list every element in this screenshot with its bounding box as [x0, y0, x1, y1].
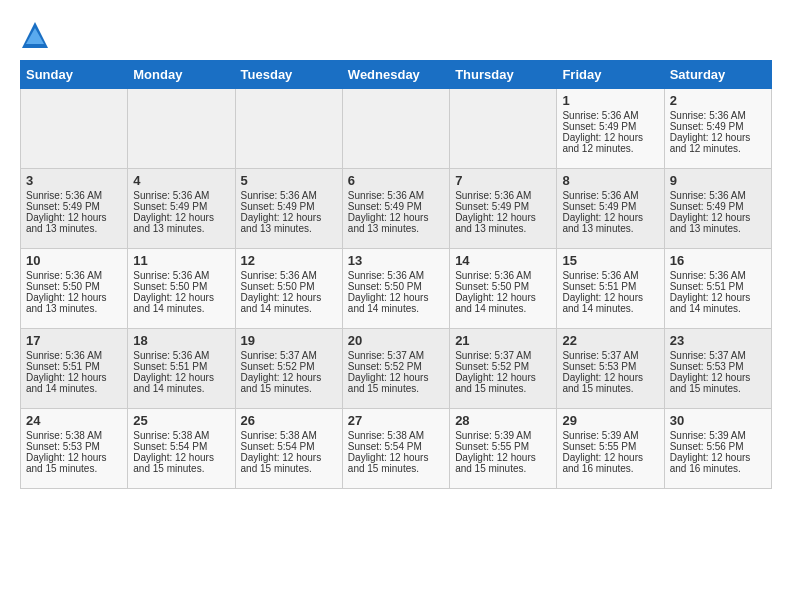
sunrise-text: Sunrise: 5:36 AM [670, 270, 746, 281]
day-of-week-header: Saturday [664, 61, 771, 89]
calendar-header-row: SundayMondayTuesdayWednesdayThursdayFrid… [21, 61, 772, 89]
calendar-day-cell: 11Sunrise: 5:36 AMSunset: 5:50 PMDayligh… [128, 249, 235, 329]
calendar-day-cell: 21Sunrise: 5:37 AMSunset: 5:52 PMDayligh… [450, 329, 557, 409]
sunrise-text: Sunrise: 5:39 AM [562, 430, 638, 441]
sunset-text: Sunset: 5:49 PM [670, 121, 744, 132]
calendar-week-row: 1Sunrise: 5:36 AMSunset: 5:49 PMDaylight… [21, 89, 772, 169]
daylight-text: Daylight: 12 hours and 14 minutes. [670, 292, 751, 314]
day-of-week-header: Wednesday [342, 61, 449, 89]
daylight-text: Daylight: 12 hours and 14 minutes. [241, 292, 322, 314]
calendar-day-cell: 24Sunrise: 5:38 AMSunset: 5:53 PMDayligh… [21, 409, 128, 489]
sunset-text: Sunset: 5:49 PM [455, 201, 529, 212]
calendar-day-cell: 5Sunrise: 5:36 AMSunset: 5:49 PMDaylight… [235, 169, 342, 249]
daylight-text: Daylight: 12 hours and 15 minutes. [241, 452, 322, 474]
daylight-text: Daylight: 12 hours and 16 minutes. [562, 452, 643, 474]
day-of-week-header: Friday [557, 61, 664, 89]
sunrise-text: Sunrise: 5:38 AM [26, 430, 102, 441]
calendar-day-cell: 2Sunrise: 5:36 AMSunset: 5:49 PMDaylight… [664, 89, 771, 169]
day-number: 17 [26, 333, 122, 348]
day-number: 8 [562, 173, 658, 188]
sunrise-text: Sunrise: 5:36 AM [670, 190, 746, 201]
sunset-text: Sunset: 5:54 PM [241, 441, 315, 452]
calendar-day-cell: 10Sunrise: 5:36 AMSunset: 5:50 PMDayligh… [21, 249, 128, 329]
sunset-text: Sunset: 5:50 PM [241, 281, 315, 292]
calendar-week-row: 17Sunrise: 5:36 AMSunset: 5:51 PMDayligh… [21, 329, 772, 409]
daylight-text: Daylight: 12 hours and 13 minutes. [26, 292, 107, 314]
sunset-text: Sunset: 5:49 PM [562, 121, 636, 132]
day-number: 30 [670, 413, 766, 428]
daylight-text: Daylight: 12 hours and 13 minutes. [26, 212, 107, 234]
day-number: 2 [670, 93, 766, 108]
calendar-day-cell: 3Sunrise: 5:36 AMSunset: 5:49 PMDaylight… [21, 169, 128, 249]
calendar-day-cell: 1Sunrise: 5:36 AMSunset: 5:49 PMDaylight… [557, 89, 664, 169]
day-number: 10 [26, 253, 122, 268]
calendar-day-cell: 26Sunrise: 5:38 AMSunset: 5:54 PMDayligh… [235, 409, 342, 489]
daylight-text: Daylight: 12 hours and 13 minutes. [348, 212, 429, 234]
logo [20, 20, 54, 50]
calendar-week-row: 24Sunrise: 5:38 AMSunset: 5:53 PMDayligh… [21, 409, 772, 489]
calendar-week-row: 10Sunrise: 5:36 AMSunset: 5:50 PMDayligh… [21, 249, 772, 329]
calendar-day-cell: 7Sunrise: 5:36 AMSunset: 5:49 PMDaylight… [450, 169, 557, 249]
sunset-text: Sunset: 5:50 PM [133, 281, 207, 292]
day-number: 15 [562, 253, 658, 268]
day-number: 25 [133, 413, 229, 428]
sunset-text: Sunset: 5:54 PM [133, 441, 207, 452]
sunrise-text: Sunrise: 5:37 AM [670, 350, 746, 361]
sunrise-text: Sunrise: 5:38 AM [348, 430, 424, 441]
day-number: 19 [241, 333, 337, 348]
day-number: 22 [562, 333, 658, 348]
day-number: 24 [26, 413, 122, 428]
calendar-day-cell: 16Sunrise: 5:36 AMSunset: 5:51 PMDayligh… [664, 249, 771, 329]
sunset-text: Sunset: 5:50 PM [348, 281, 422, 292]
sunset-text: Sunset: 5:50 PM [455, 281, 529, 292]
sunset-text: Sunset: 5:53 PM [26, 441, 100, 452]
calendar-day-cell: 23Sunrise: 5:37 AMSunset: 5:53 PMDayligh… [664, 329, 771, 409]
day-number: 18 [133, 333, 229, 348]
sunset-text: Sunset: 5:51 PM [26, 361, 100, 372]
day-number: 27 [348, 413, 444, 428]
sunrise-text: Sunrise: 5:36 AM [562, 110, 638, 121]
day-number: 11 [133, 253, 229, 268]
sunrise-text: Sunrise: 5:36 AM [26, 270, 102, 281]
day-number: 5 [241, 173, 337, 188]
calendar-day-cell [21, 89, 128, 169]
calendar-day-cell: 18Sunrise: 5:36 AMSunset: 5:51 PMDayligh… [128, 329, 235, 409]
daylight-text: Daylight: 12 hours and 15 minutes. [348, 452, 429, 474]
daylight-text: Daylight: 12 hours and 12 minutes. [562, 132, 643, 154]
daylight-text: Daylight: 12 hours and 15 minutes. [348, 372, 429, 394]
daylight-text: Daylight: 12 hours and 16 minutes. [670, 452, 751, 474]
sunset-text: Sunset: 5:55 PM [455, 441, 529, 452]
sunset-text: Sunset: 5:49 PM [348, 201, 422, 212]
daylight-text: Daylight: 12 hours and 13 minutes. [562, 212, 643, 234]
day-number: 21 [455, 333, 551, 348]
sunrise-text: Sunrise: 5:36 AM [133, 350, 209, 361]
sunrise-text: Sunrise: 5:37 AM [241, 350, 317, 361]
daylight-text: Daylight: 12 hours and 14 minutes. [133, 372, 214, 394]
day-number: 26 [241, 413, 337, 428]
day-number: 20 [348, 333, 444, 348]
calendar-day-cell: 25Sunrise: 5:38 AMSunset: 5:54 PMDayligh… [128, 409, 235, 489]
sunset-text: Sunset: 5:52 PM [455, 361, 529, 372]
sunset-text: Sunset: 5:49 PM [562, 201, 636, 212]
sunrise-text: Sunrise: 5:36 AM [133, 190, 209, 201]
calendar-day-cell: 17Sunrise: 5:36 AMSunset: 5:51 PMDayligh… [21, 329, 128, 409]
day-of-week-header: Sunday [21, 61, 128, 89]
day-number: 6 [348, 173, 444, 188]
sunrise-text: Sunrise: 5:36 AM [348, 190, 424, 201]
sunset-text: Sunset: 5:49 PM [670, 201, 744, 212]
day-number: 16 [670, 253, 766, 268]
sunset-text: Sunset: 5:51 PM [670, 281, 744, 292]
day-of-week-header: Monday [128, 61, 235, 89]
daylight-text: Daylight: 12 hours and 14 minutes. [133, 292, 214, 314]
daylight-text: Daylight: 12 hours and 14 minutes. [562, 292, 643, 314]
calendar-day-cell [342, 89, 449, 169]
calendar-day-cell [450, 89, 557, 169]
daylight-text: Daylight: 12 hours and 13 minutes. [455, 212, 536, 234]
day-number: 23 [670, 333, 766, 348]
daylight-text: Daylight: 12 hours and 13 minutes. [670, 212, 751, 234]
daylight-text: Daylight: 12 hours and 14 minutes. [455, 292, 536, 314]
sunrise-text: Sunrise: 5:36 AM [241, 190, 317, 201]
day-of-week-header: Tuesday [235, 61, 342, 89]
daylight-text: Daylight: 12 hours and 15 minutes. [133, 452, 214, 474]
sunset-text: Sunset: 5:49 PM [133, 201, 207, 212]
